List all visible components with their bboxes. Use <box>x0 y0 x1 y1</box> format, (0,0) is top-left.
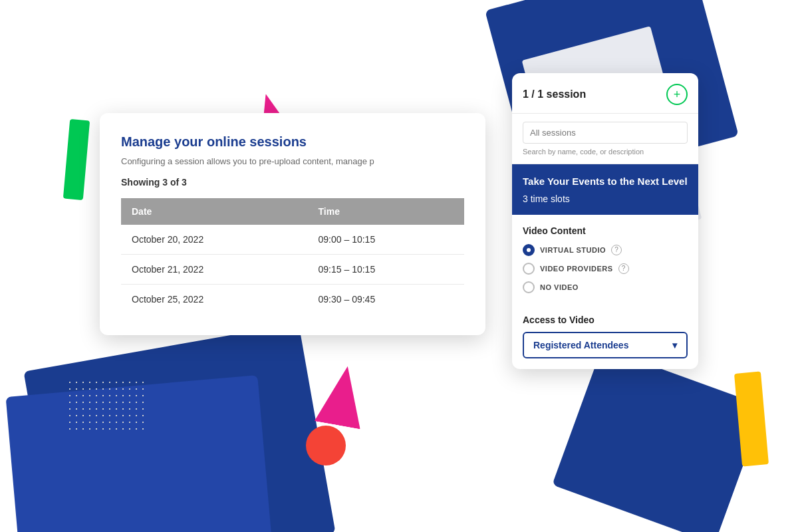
radio-circle-video-providers <box>523 263 535 275</box>
table-row: October 20, 2022 09:00 – 10:15 <box>121 225 464 255</box>
card-subtitle: Configuring a session allows you to pre-… <box>121 156 464 166</box>
video-content-section: Video Content VIRTUAL STUDIO ? VIDEO PRO… <box>512 215 698 315</box>
row1-date: October 20, 2022 <box>121 225 308 255</box>
manage-sessions-card: Manage your online sessions Configuring … <box>100 113 485 335</box>
row2-time: 09:15 – 10:15 <box>308 255 464 285</box>
session-count-label: 1 / 1 session <box>523 88 586 100</box>
radio-label-virtual-studio: VIRTUAL STUDIO <box>540 246 606 254</box>
radio-item-video-providers[interactable]: VIDEO PROVIDERS ? <box>523 263 688 275</box>
search-hint: Search by name, code, or description <box>523 148 688 156</box>
search-input[interactable] <box>523 122 688 144</box>
row2-date: October 21, 2022 <box>121 255 308 285</box>
row3-time: 09:30 – 09:45 <box>308 285 464 315</box>
session-panel-card: 1 / 1 session + Search by name, code, or… <box>512 73 698 369</box>
access-to-video-title: Access to Video <box>523 315 688 325</box>
chevron-down-icon: ▾ <box>672 340 677 350</box>
access-dropdown-label: Registered Attendees <box>533 340 628 350</box>
showing-count: Showing 3 of 3 <box>121 177 464 188</box>
video-content-title: Video Content <box>523 225 688 236</box>
radio-item-no-video[interactable]: NO VIDEO <box>523 281 688 293</box>
card-title: Manage your online sessions <box>121 134 464 150</box>
session-slots: 3 time slots <box>523 194 688 204</box>
radio-label-video-providers: VIDEO PROVIDERS <box>540 265 613 273</box>
add-session-button[interactable]: + <box>666 84 688 105</box>
selected-session-item[interactable]: Take Your Events to the Next Level 3 tim… <box>512 164 698 215</box>
sessions-table: Date Time October 20, 2022 09:00 – 10:15… <box>121 198 464 314</box>
help-icon-virtual-studio[interactable]: ? <box>611 245 622 255</box>
video-options-group: VIRTUAL STUDIO ? VIDEO PROVIDERS ? NO VI… <box>523 244 688 293</box>
radio-label-no-video: NO VIDEO <box>540 283 579 291</box>
radio-circle-virtual-studio <box>523 244 535 256</box>
col-date: Date <box>121 198 308 225</box>
table-row: October 25, 2022 09:30 – 09:45 <box>121 285 464 315</box>
col-time: Time <box>308 198 464 225</box>
session-name: Take Your Events to the Next Level <box>523 175 688 188</box>
plus-icon: + <box>674 88 681 102</box>
access-dropdown-button[interactable]: Registered Attendees ▾ <box>523 332 688 358</box>
session-header: 1 / 1 session + <box>512 73 698 114</box>
search-area: Search by name, code, or description <box>512 114 698 164</box>
content-area: Manage your online sessions Configuring … <box>0 0 798 532</box>
radio-item-virtual-studio[interactable]: VIRTUAL STUDIO ? <box>523 244 688 256</box>
cards-container: Manage your online sessions Configuring … <box>100 73 698 485</box>
access-to-video-section: Access to Video Registered Attendees ▾ <box>512 315 698 369</box>
table-row: October 21, 2022 09:15 – 10:15 <box>121 255 464 285</box>
row3-date: October 25, 2022 <box>121 285 308 315</box>
help-icon-video-providers[interactable]: ? <box>618 263 629 274</box>
row1-time: 09:00 – 10:15 <box>308 225 464 255</box>
radio-circle-no-video <box>523 281 535 293</box>
table-header-row: Date Time <box>121 198 464 225</box>
